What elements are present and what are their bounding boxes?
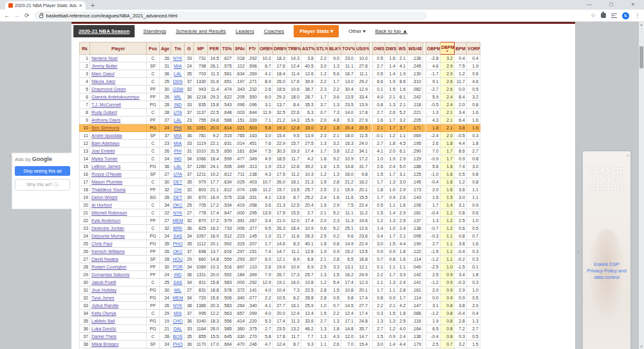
- column-header-TOV%[interactable]: TOV%: [341, 42, 355, 55]
- table-row[interactable]: 14Myles TurnerC24IND34106616.4.599.477.3…: [80, 155, 480, 163]
- forward-icon[interactable]: →: [14, 12, 20, 19]
- team-link[interactable]: HOU: [173, 257, 183, 261]
- table-row[interactable]: 35LaMelo BallPG19CHO36104018.3.556.414.2…: [80, 317, 480, 325]
- column-header-WS[interactable]: WS: [397, 42, 408, 55]
- team-link[interactable]: UTA: [173, 110, 182, 115]
- table-row[interactable]: 1Nerlens NoelC26NYK3373114.5.627.018.292…: [80, 55, 480, 62]
- column-header-FTr[interactable]: FTr: [247, 42, 259, 55]
- team-link[interactable]: MEM: [173, 296, 183, 300]
- team-link[interactable]: CHI: [174, 187, 182, 192]
- player-link[interactable]: T.J. McConnell: [91, 102, 121, 107]
- column-header-BPM[interactable]: BPM: [455, 42, 467, 55]
- player-link[interactable]: Kenrich Williams: [91, 249, 125, 254]
- bookmark-star-icon[interactable]: ☆: [591, 12, 596, 19]
- player-link[interactable]: Tyus Jones: [91, 296, 114, 300]
- team-link[interactable]: MIL: [174, 95, 182, 99]
- team-link[interactable]: PHI: [174, 149, 182, 153]
- table-row[interactable]: 6Giannis AntetokounmpoPF26MIL36121829.3.…: [80, 93, 480, 101]
- page-scrollbar[interactable]: ▲ ▼: [639, 22, 644, 349]
- table-row[interactable]: 24Dejounte MurrayPG24SAS34105716.9.512.2…: [80, 232, 480, 240]
- player-link[interactable]: Jrue Holiday: [91, 288, 117, 292]
- menu-kebab-icon[interactable]: ⋮: [634, 12, 640, 19]
- column-header-OBPM[interactable]: OBPM: [426, 42, 440, 55]
- profile-avatar[interactable]: Б: [622, 12, 629, 19]
- player-link[interactable]: LeBron James: [91, 164, 120, 169]
- table-row[interactable]: 4Nikola JokićC25DEN37133031.6.651.197.27…: [80, 78, 480, 86]
- player-link[interactable]: Dejounte Murray: [91, 234, 125, 238]
- player-link[interactable]: Myles Turner: [91, 156, 117, 161]
- column-header-AST%[interactable]: AST%: [301, 42, 316, 55]
- player-link[interactable]: Nerlens Noel: [91, 56, 117, 61]
- column-header-STL%[interactable]: STL%: [316, 42, 328, 55]
- nav-item-7[interactable]: Back to top ▲: [375, 28, 408, 34]
- table-row[interactable]: 2Jimmy ButlerSF31MIA2479826.1.575.112.59…: [80, 62, 480, 70]
- nav-item-2[interactable]: Schedule and Results: [176, 28, 226, 34]
- team-link[interactable]: PHO: [173, 342, 182, 346]
- column-header-TRB%[interactable]: TRB%: [287, 42, 301, 55]
- team-link[interactable]: DEN: [173, 79, 183, 84]
- team-link[interactable]: IND: [174, 272, 182, 277]
- team-link[interactable]: GSW: [173, 87, 184, 91]
- table-row[interactable]: 29Domantas SabonisPF24IND36131120.0.592.…: [80, 271, 480, 279]
- team-link[interactable]: UTA: [173, 172, 182, 176]
- table-row[interactable]: 5Draymond GreenPF30GSW3294311.4.474.343.…: [80, 86, 480, 93]
- column-header-DWS[interactable]: DWS: [385, 42, 397, 55]
- team-link[interactable]: IND: [174, 102, 182, 107]
- team-link[interactable]: OKC: [173, 203, 182, 207]
- ad-policy-links[interactable]: Eskimi DSPPrivacy Policy and data contro…: [583, 261, 630, 281]
- table-row[interactable]: 38Mikal BridgesSF24PHO36117017.0.664.470…: [80, 341, 480, 348]
- tab-close-icon[interactable]: ✕: [79, 3, 82, 8]
- table-row[interactable]: 9Anthony DavisPF27LAL2375524.8.588.151.3…: [80, 117, 480, 124]
- table-row[interactable]: 7T.J. McConnellPG28IND3383515.8.543.096.…: [80, 101, 480, 109]
- player-link[interactable]: Bam Adebayo: [91, 141, 120, 146]
- table-row[interactable]: 30Jakob PoeltlC25SAS3481115.8.583.000.29…: [80, 279, 480, 287]
- column-header-3PAr[interactable]: 3PAr: [234, 42, 247, 55]
- player-link[interactable]: Nikola Jokić: [91, 79, 115, 84]
- adchoices-icon[interactable]: ▸: [627, 153, 629, 157]
- new-tab-button[interactable]: +: [91, 2, 95, 10]
- player-link[interactable]: Mikal Bridges: [91, 342, 118, 346]
- column-header-VORP[interactable]: VORP: [467, 42, 480, 55]
- scrollbar-thumb[interactable]: [639, 46, 643, 68]
- adchoices-arrow-icon[interactable]: ‹: [9, 154, 11, 160]
- player-link[interactable]: Mitchell Robinson: [91, 211, 127, 215]
- column-header-WS/48[interactable]: WS/48: [408, 42, 423, 55]
- player-link[interactable]: Anthony Davis: [91, 118, 120, 122]
- team-link[interactable]: PHI: [174, 126, 182, 130]
- table-row[interactable]: 21Mitchell RobinsonC22NYK2777817.4.647.0…: [80, 209, 480, 217]
- player-link[interactable]: Marc Gasol: [91, 71, 115, 76]
- column-header-Tm[interactable]: Tm: [171, 42, 185, 55]
- maximize-button[interactable]: ▢: [600, 0, 622, 10]
- player-link[interactable]: Mason Plumlee: [91, 180, 122, 184]
- player-link[interactable]: Joel Embiid: [91, 149, 115, 153]
- nav-item-3[interactable]: Leaders: [236, 28, 254, 34]
- nav-item-4[interactable]: Coaches: [264, 28, 285, 34]
- team-link[interactable]: CHO: [173, 319, 183, 323]
- table-row[interactable]: 25Chris PaulPG35PHO35111220.1.592.315.20…: [80, 240, 480, 248]
- column-header-G[interactable]: G: [185, 42, 194, 55]
- player-link[interactable]: Julius Randle: [91, 303, 118, 308]
- minimize-button[interactable]: —: [578, 0, 600, 10]
- player-link[interactable]: Royce O'Neale: [91, 172, 122, 176]
- table-row[interactable]: 27David NwabaSF28HOU2966014.8.559.293.30…: [80, 256, 480, 263]
- table-row[interactable]: 12Bam AdebayoC23MIA33111922.1.631.014.45…: [80, 140, 480, 147]
- scroll-up-icon[interactable]: ▲: [639, 22, 644, 27]
- player-link[interactable]: Luka Dončić: [91, 326, 117, 331]
- column-header-BLK%[interactable]: BLK%: [328, 42, 341, 55]
- team-link[interactable]: MIA: [174, 311, 182, 316]
- table-row[interactable]: 17Mason PlumleeC30DET3597917.7.634.025.4…: [80, 178, 480, 186]
- player-link[interactable]: Jimmy Butler: [91, 64, 117, 68]
- extensions-icon[interactable]: [601, 13, 606, 18]
- column-header-TS%[interactable]: TS%: [221, 42, 234, 55]
- column-header-MP[interactable]: MP: [194, 42, 208, 55]
- column-header-Age[interactable]: Age: [160, 42, 171, 55]
- team-link[interactable]: LAL: [174, 118, 182, 122]
- table-row[interactable]: 13Joel EmbiidC26PHI31101031.5.650.161.63…: [80, 147, 480, 155]
- player-link[interactable]: Rudy Gobert: [91, 110, 117, 115]
- column-header-USG%[interactable]: USG%: [355, 42, 370, 55]
- address-bar[interactable]: basketball-reference.com/leagues/NBA_202…: [34, 12, 427, 20]
- table-row[interactable]: 23DeAndre JordanC32BRK3682516.2.733.006.…: [80, 225, 480, 232]
- team-link[interactable]: NYK: [173, 303, 182, 308]
- player-link[interactable]: Robert Covington: [91, 265, 126, 269]
- player-link[interactable]: Kyle Anderson: [91, 218, 120, 223]
